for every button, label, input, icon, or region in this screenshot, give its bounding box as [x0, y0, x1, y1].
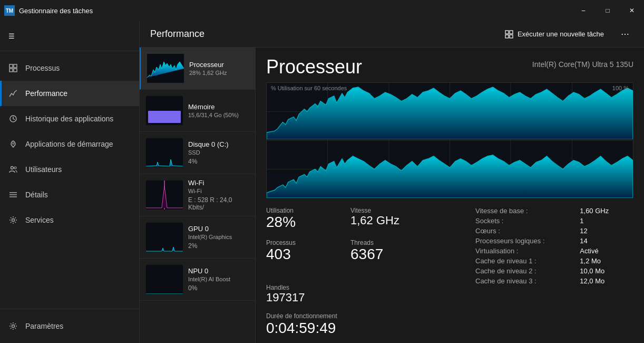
bottom-left: Utilisation 28% Vitesse 1,62 GHz Process… [266, 207, 454, 337]
wifi-device-name: Wi-Fi [188, 179, 249, 187]
device-item-disk[interactable]: Disque 0 (C:) SSD 4% [140, 132, 255, 174]
chart-icon [8, 89, 18, 98]
threads-value: 6367 [350, 246, 414, 263]
device-item-wifi[interactable]: Wi-Fi Wi-Fi E : 528 R : 24,0 Kbits/ [140, 174, 255, 216]
sidebar-item-details[interactable]: Détails [0, 182, 139, 207]
stats-row-2: Processus 403 Threads 6367 Handles 19731… [266, 239, 454, 304]
svg-point-11 [12, 219, 15, 222]
app-icon: TM [4, 5, 15, 16]
disk-device-value: 4% [188, 158, 249, 165]
gpu-device-value: 2% [188, 242, 249, 250]
spec-label-3: Processeurs logiques : [475, 237, 569, 245]
sidebar-bottom: Paramètres [0, 309, 139, 343]
spec-label-1: Sockets : [475, 217, 569, 225]
run-task-icon [505, 30, 513, 39]
more-icon: ⋯ [621, 29, 629, 39]
cpu-utilization-chart: % Utilisation sur 60 secondes 100 % [266, 82, 633, 198]
memory-device-info: Mémoire 15,6/31,4 Go (50%) [188, 103, 249, 118]
cpu-device-name: Processeur [189, 61, 249, 69]
wifi-device-sub: Wi-Fi [188, 188, 249, 194]
nav-items: Processus Performance Historique de [0, 51, 139, 309]
wifi-device-info: Wi-Fi Wi-Fi E : 528 R : 24,0 Kbits/ [188, 179, 249, 211]
disk-mini-chart [146, 138, 183, 167]
list-icon [8, 190, 18, 199]
panel-header: Performance Exécuter une nouvelle tâche … [140, 21, 644, 47]
disk-device-info: Disque 0 (C:) SSD 4% [188, 140, 249, 165]
chart-max-label: 100 % [612, 85, 629, 91]
spec-value-5: 1,2 Mo [580, 257, 633, 265]
cpu-device-sub: 28% 1,62 GHz [189, 70, 249, 76]
sidebar-item-historique[interactable]: Historique des applications [0, 106, 139, 131]
window-controls: – □ ✕ [571, 0, 644, 21]
svg-point-6 [11, 167, 14, 169]
spec-label-4: Virtualisation : [475, 247, 569, 255]
hamburger-button[interactable]: ☰ [0, 25, 139, 46]
spec-label-7: Cache de niveau 3 : [475, 277, 569, 285]
panel-content: Processeur 28% 1,62 GHz Mémoire 15,6/31,… [140, 47, 644, 343]
sidebar-label-demarrage: Applications de démarrage [25, 140, 113, 149]
gear-icon [8, 215, 18, 225]
wifi-device-value: E : 528 R : 24,0 Kbits/ [188, 196, 249, 211]
device-item-gpu[interactable]: GPU 0 Intel(R) Graphics 2% [140, 216, 255, 259]
svg-rect-18 [146, 138, 183, 167]
sidebar-item-services[interactable]: Services [0, 207, 139, 233]
sidebar-label-utilisateurs: Utilisateurs [25, 165, 62, 174]
sidebar-item-utilisateurs[interactable]: Utilisateurs [0, 157, 139, 182]
sidebar-item-processus[interactable]: Processus [0, 55, 139, 81]
panel-header-right: Exécuter une nouvelle tâche ⋯ [499, 26, 633, 43]
users-icon [8, 165, 18, 174]
spec-label-5: Cache de niveau 1 : [475, 257, 569, 265]
npu-device-value: 0% [188, 284, 249, 292]
more-options-button[interactable]: ⋯ [617, 26, 633, 43]
processus-label: Processus [266, 239, 329, 246]
disk-device-name: Disque 0 (C:) [188, 140, 249, 148]
npu-device-name: NPU 0 [188, 267, 249, 275]
main-layout: ☰ Processus [0, 21, 644, 343]
cpu-mini-chart [147, 54, 184, 83]
spec-value-7: 12,0 Mo [580, 277, 633, 285]
sidebar-item-performance[interactable]: Performance [0, 81, 139, 106]
processus-value: 403 [266, 246, 329, 263]
title-bar-left: TM Gestionnaire des tâches [4, 5, 93, 16]
stat-vitesse: Vitesse 1,62 GHz [350, 207, 414, 231]
svg-rect-22 [146, 265, 183, 294]
detail-subtitle: Intel(R) Core(TM) Ultra 5 135U [532, 60, 633, 69]
stat-duree: Durée de fonctionnement 0:04:59:49 [266, 312, 454, 337]
stat-threads: Threads 6367 [350, 239, 414, 263]
grid-icon [8, 63, 18, 73]
clock-icon [8, 114, 18, 123]
device-item-cpu[interactable]: Processeur 28% 1,62 GHz [140, 47, 255, 90]
device-item-memory[interactable]: Mémoire 15,6/31,4 Go (50%) [140, 90, 255, 132]
spec-label-6: Cache de niveau 2 : [475, 267, 569, 275]
maximize-button[interactable]: □ [596, 0, 620, 21]
specs-panel: Vitesse de base : 1,60 GHz Sockets : 1 C… [475, 207, 633, 285]
sidebar-label-services: Services [25, 216, 54, 225]
gpu-device-info: GPU 0 Intel(R) Graphics 2% [188, 225, 249, 250]
run-task-label: Exécuter une nouvelle tâche [518, 30, 604, 38]
svg-rect-13 [505, 31, 509, 34]
title-bar: TM Gestionnaire des tâches – □ ✕ [0, 0, 644, 21]
wifi-mini-chart [146, 180, 183, 209]
threads-label: Threads [350, 239, 414, 246]
stats-row-1: Utilisation 28% Vitesse 1,62 GHz [266, 207, 454, 231]
close-button[interactable]: ✕ [620, 0, 644, 21]
sidebar-label-processus: Processus [25, 64, 60, 73]
svg-point-12 [12, 325, 15, 328]
window-title: Gestionnaire des tâches [19, 7, 93, 15]
sidebar-item-demarrage[interactable]: Applications de démarrage [0, 131, 139, 157]
sidebar-item-parametres[interactable]: Paramètres [0, 313, 139, 339]
device-item-npu[interactable]: NPU 0 Intel(R) AI Boost 0% [140, 259, 255, 301]
sidebar-label-parametres: Paramètres [25, 322, 63, 331]
sidebar-label-historique: Historique des applications [25, 115, 113, 123]
spec-label-2: Cœurs : [475, 227, 569, 235]
spec-label-0: Vitesse de base : [475, 207, 569, 215]
handles-label: Handles [266, 284, 329, 291]
spec-value-0: 1,60 GHz [580, 207, 633, 215]
chart-label: % Utilisation sur 60 secondes [271, 85, 347, 91]
svg-rect-21 [146, 223, 183, 252]
run-task-button[interactable]: Exécuter une nouvelle tâche [499, 27, 610, 42]
device-list: Processeur 28% 1,62 GHz Mémoire 15,6/31,… [140, 47, 256, 343]
spec-value-3: 14 [580, 237, 633, 245]
minimize-button[interactable]: – [571, 0, 596, 21]
stat-utilisation: Utilisation 28% [266, 207, 329, 231]
